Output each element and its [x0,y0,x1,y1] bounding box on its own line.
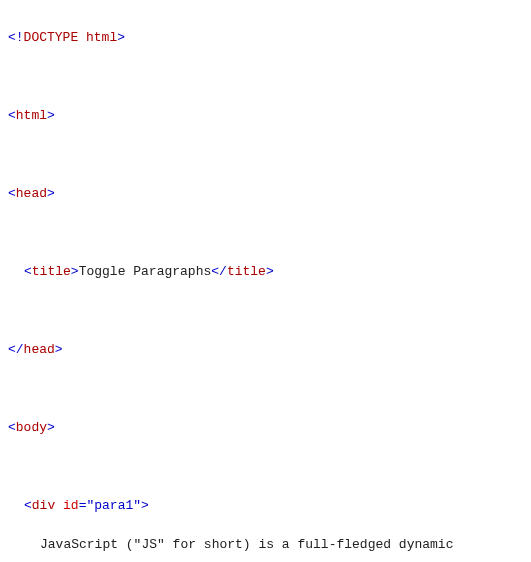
tag: div [32,498,55,513]
div1-open-line: <div id="para1"> [24,496,523,516]
lt: </ [211,264,227,279]
doctype-line: <!DOCTYPE html> [8,28,523,48]
title-text: Toggle Paragraphs [79,264,212,279]
gt: > [141,498,149,513]
attr-id: id [63,498,79,513]
tag: body [16,420,47,435]
sp [55,498,63,513]
gt: > [71,264,79,279]
head-open-line: <head> [8,184,523,204]
lt: <! [8,30,24,45]
tag: head [24,342,55,357]
lt: < [24,498,32,513]
tag: title [227,264,266,279]
lt: < [8,108,16,123]
lt: < [8,186,16,201]
head-close-line: </head> [8,340,523,360]
gt: > [55,342,63,357]
html-open-line: <html> [8,106,523,126]
lt: < [8,420,16,435]
tag: title [32,264,71,279]
title-line: <title>Toggle Paragraphs</title> [24,262,523,282]
body-open-line: <body> [8,418,523,438]
gt: > [47,186,55,201]
lt: < [24,264,32,279]
attr-val: para1 [94,498,133,513]
tag: head [16,186,47,201]
div1-text: JavaScript ("JS" for short) is a full-fl… [40,535,523,555]
q: " [133,498,141,513]
gt: > [266,264,274,279]
code-listing: <!DOCTYPE html> <html> <head> <title>Tog… [8,8,523,562]
doctype-name: DOCTYPE html [24,30,118,45]
gt: > [47,420,55,435]
tag: html [16,108,47,123]
gt: > [117,30,125,45]
lt: </ [8,342,24,357]
gt: > [47,108,55,123]
